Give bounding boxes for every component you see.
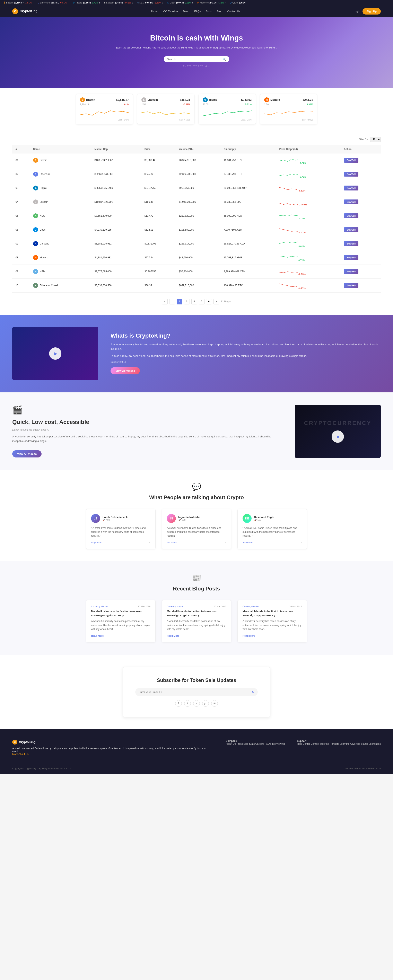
footer-faqs-link[interactable]: FAQs	[265, 743, 271, 745]
buysell-button[interactable]: Buy/Sell	[344, 255, 358, 260]
footer-help-center-link[interactable]: Help Center	[297, 743, 310, 745]
table-row: 03 ◎ Ripple $36,591,252,469 $0.947765 $9…	[12, 181, 381, 195]
footer-logo-text: CryptoKing	[19, 740, 36, 744]
buysell-button[interactable]: Buy/Sell	[344, 269, 358, 274]
login-button[interactable]: Login	[353, 10, 360, 13]
footer-blog-link[interactable]: Blog	[243, 743, 248, 745]
linkedin-button[interactable]: in	[193, 700, 200, 707]
email-button[interactable]: ✉	[211, 700, 218, 707]
view-all-videos-button[interactable]: View All Videos	[111, 367, 140, 374]
footer-advertise-link[interactable]: Advertise	[350, 743, 360, 745]
name-cell: Ξ Ethereum	[30, 167, 91, 181]
buysell-button[interactable]: Buy/Sell	[344, 283, 358, 288]
page-2-button[interactable]: 2	[177, 299, 182, 304]
footer-tutorials-link[interactable]: Tutorials	[320, 743, 329, 745]
bitcoin-card-volume: 9,294.16	[80, 103, 89, 105]
supply-cell: 65,000,000 NEO	[220, 209, 276, 223]
footer-interviewing-link[interactable]: Interviewing	[272, 743, 285, 745]
footer-exchanges-link[interactable]: Exchanges	[369, 743, 381, 745]
nav-about[interactable]: About	[151, 10, 158, 13]
buysell-button[interactable]: Buy/Sell	[344, 172, 358, 177]
graph-cell: 3.17%	[276, 209, 340, 223]
table-row: 01 ₿ Bitcoin $168,583,252,625 $9,986.42 …	[12, 153, 381, 167]
hero-search-input[interactable]	[167, 58, 223, 61]
quick-view-all-button[interactable]: View All Videos	[12, 450, 41, 457]
search-icon[interactable]: 🔍	[223, 58, 226, 61]
footer-careers-link[interactable]: Careers	[255, 743, 264, 745]
filter-select[interactable]: 10 25 50	[370, 137, 381, 142]
footer-learning-link[interactable]: Learning	[340, 743, 349, 745]
action-cell: Buy/Sell	[340, 195, 381, 209]
share-icon-3[interactable]: ↗	[300, 541, 302, 544]
nav-blog[interactable]: Blog	[217, 10, 222, 13]
whatis-duration: Duration: 03:18	[111, 361, 381, 363]
blog-readmore-2[interactable]: Read More	[167, 635, 179, 637]
litecoin-card-name: Litecoin	[148, 98, 158, 101]
nav-faqs[interactable]: FAQs	[194, 10, 201, 13]
quick-video[interactable]: CRYPTOCURRENCY	[295, 405, 381, 458]
buysell-button[interactable]: Buy/Sell	[344, 199, 358, 204]
nav-team[interactable]: Team	[183, 10, 189, 13]
pagination: ‹ 1 2 3 4 5 6 › 11 Pages	[12, 299, 381, 304]
footer-support-title: Support	[297, 740, 381, 743]
facebook-button[interactable]: f	[175, 700, 182, 707]
buysell-button[interactable]: Buy/Sell	[344, 241, 358, 246]
supply-cell: 97,786,790 ETH	[220, 167, 276, 181]
nav-logo-text: CryptoKing	[20, 10, 37, 13]
crypto-card-ripple: ◎ Ripple $0.5803 $0.051 5.72% Last 7 Day…	[199, 94, 256, 124]
play-button[interactable]	[49, 347, 61, 360]
test-name-3: Desmond Eagle	[254, 515, 274, 519]
googleplus-button[interactable]: g+	[202, 700, 209, 707]
blog-grid: Currency Market 20 Mar 2018 Marshall Isl…	[12, 600, 381, 643]
share-icon-2[interactable]: ↗	[224, 541, 226, 544]
name-cell: ◎ Ripple	[30, 181, 91, 195]
footer-press-link[interactable]: Press	[236, 743, 243, 745]
volume-cell: $211,820,000	[176, 209, 220, 223]
supply-cell: 39,009,253,838 XRP	[220, 181, 276, 195]
coin-name: Cardano	[40, 242, 49, 245]
subscribe-email-input[interactable]	[138, 690, 252, 694]
whatis-video[interactable]	[12, 327, 98, 380]
action-cell: Buy/Sell	[340, 181, 381, 195]
buysell-button[interactable]: Buy/Sell	[344, 186, 358, 191]
bitcoin-card-name: Bitcoin	[86, 98, 95, 101]
footer-about-us-link[interactable]: About Us	[226, 743, 236, 745]
buysell-button[interactable]: Buy/Sell	[344, 227, 358, 232]
coin-icon: M	[33, 255, 38, 260]
rank-cell: 01	[12, 153, 30, 167]
crypto-card-monero: M Monero $243.71 2.56 3.32% Last 7 Days	[260, 94, 317, 124]
ticker-item-nem: N NEM $0.5443 -1.53% ↓	[137, 2, 163, 4]
subscribe-send-button[interactable]: ➤	[252, 690, 255, 694]
nav-contact[interactable]: Contact Us	[227, 10, 240, 13]
share-icon-1[interactable]: ↗	[148, 541, 150, 544]
test-body-1: " A small river name Duden flows their i…	[91, 526, 150, 538]
bitcoin-card-price: $9,516.87	[116, 98, 129, 102]
more-about-link[interactable]: More About Us	[12, 753, 29, 756]
next-page-button[interactable]: ›	[213, 299, 219, 304]
footer-partners-link[interactable]: Partners	[330, 743, 339, 745]
name-cell: ₿ Bitcoin	[30, 153, 91, 167]
buysell-button[interactable]: Buy/Sell	[344, 213, 358, 218]
blog-category-2: Currency Market	[167, 605, 183, 608]
footer-stats-link[interactable]: Stats	[249, 743, 255, 745]
footer-status-link[interactable]: Status	[361, 743, 368, 745]
name-cell: N NEO	[30, 209, 91, 223]
nav-ico-timeline[interactable]: ICO Timeline	[162, 10, 178, 13]
nav-shop[interactable]: Shop	[206, 10, 212, 13]
page-6-button[interactable]: 6	[206, 299, 212, 304]
blog-readmore-3[interactable]: Read More	[243, 635, 255, 637]
page-1-button[interactable]: 1	[169, 299, 175, 304]
price-cell: $0.947765	[141, 181, 176, 195]
footer-contact-link[interactable]: Contact	[311, 743, 319, 745]
twitter-button[interactable]: t	[184, 700, 191, 707]
quick-play-button[interactable]	[332, 431, 344, 443]
blog-category-3: Currency Market	[243, 605, 259, 608]
page-4-button[interactable]: 4	[191, 299, 197, 304]
blog-readmore-1[interactable]: Read More	[91, 635, 103, 637]
page-3-button[interactable]: 3	[184, 299, 190, 304]
ripple-card-change: 5.72%	[245, 103, 251, 105]
page-5-button[interactable]: 5	[199, 299, 204, 304]
signup-button[interactable]: Sign Up	[363, 8, 381, 14]
buysell-button[interactable]: Buy/Sell	[344, 158, 358, 163]
prev-page-button[interactable]: ‹	[162, 299, 168, 304]
